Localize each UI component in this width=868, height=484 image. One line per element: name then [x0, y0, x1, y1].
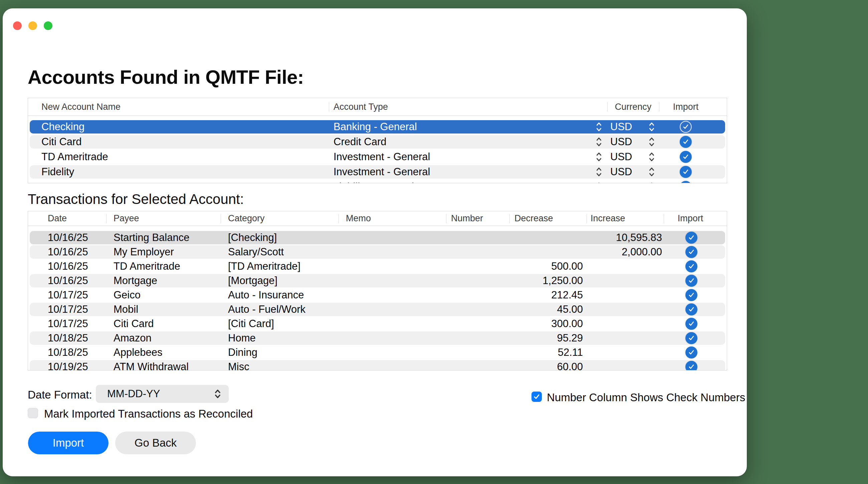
account-type-value: Investment - General — [334, 150, 430, 164]
zoom-window-icon[interactable] — [44, 21, 53, 30]
txn-increase — [584, 303, 662, 316]
import-dialog-window: Accounts Found in QMTF File: New Account… — [3, 8, 747, 476]
txn-date: 10/18/25 — [48, 331, 88, 345]
txn-category: [TD Ameritrade] — [228, 260, 301, 273]
column-header-import: Import — [664, 211, 717, 226]
currency-stepper[interactable] — [648, 166, 655, 178]
txn-date: 10/16/25 — [48, 260, 88, 273]
import-checkbox[interactable] — [680, 166, 692, 178]
txn-increase — [584, 317, 662, 330]
txn-decrease: 1,250.00 — [497, 274, 583, 287]
import-checkbox[interactable] — [680, 151, 692, 163]
account-type-stepper[interactable] — [596, 136, 602, 148]
txn-date: 10/17/25 — [48, 288, 88, 302]
account-type-value: Credit Card — [334, 135, 386, 149]
txn-decrease: 52.11 — [497, 346, 583, 359]
account-type-stepper[interactable] — [596, 181, 602, 183]
transaction-row[interactable]: 10/16/25 TD Ameritrade [TD Ameritrade] 5… — [30, 260, 725, 273]
account-row[interactable]: TD Ameritrade Investment - General USD — [30, 150, 725, 164]
account-type-stepper[interactable] — [596, 166, 602, 178]
transaction-row[interactable]: 10/16/25 Starting Balance [Checking] 10,… — [30, 231, 725, 244]
currency-stepper[interactable] — [648, 121, 655, 132]
transaction-row[interactable]: 10/17/25 Mobil Auto - Fuel/Work 45.00 — [30, 303, 725, 316]
txn-payee: Mortgage — [114, 274, 157, 287]
column-separator — [221, 214, 221, 223]
txn-payee: ATM Withdrawal — [114, 360, 189, 370]
go-back-button[interactable]: Go Back — [115, 431, 196, 454]
txn-increase — [584, 274, 662, 287]
column-separator — [329, 102, 329, 111]
transaction-row[interactable]: 10/18/25 Amazon Home 95.29 — [30, 331, 725, 345]
date-format-select[interactable]: MM-DD-YY — [96, 385, 229, 403]
txn-decrease: 95.29 — [497, 331, 583, 345]
account-type-stepper[interactable] — [596, 151, 602, 163]
column-header-decrease: Decrease — [515, 211, 553, 226]
account-row[interactable]: Fidelity Investment - General USD — [30, 165, 725, 179]
close-window-icon[interactable] — [13, 21, 22, 30]
mark-reconciled-label: Mark Imported Transactions as Reconciled — [44, 408, 253, 420]
txn-decrease — [497, 231, 583, 244]
column-header-new-account-name: New Account Name — [41, 98, 121, 116]
transaction-row[interactable]: 10/17/25 Citi Card [Citi Card] 300.00 — [30, 317, 725, 330]
txn-increase: 2,000.00 — [584, 245, 662, 259]
page-title: Accounts Found in QMTF File: — [28, 66, 304, 88]
number-column-label: Number Column Shows Check Numbers — [547, 391, 745, 404]
transaction-row[interactable]: 10/19/25 ATM Withdrawal Misc 60.00 — [30, 360, 725, 370]
import-checkbox[interactable] — [680, 181, 692, 183]
txn-payee: Applebees — [114, 346, 163, 359]
txn-category: Home — [228, 331, 256, 345]
accounts-table-body: Checking Banking - General USD Citi Card… — [28, 116, 727, 183]
import-checkbox[interactable] — [680, 121, 692, 133]
account-row[interactable]: Checking Banking - General USD — [30, 120, 725, 133]
column-separator — [509, 214, 510, 223]
txn-decrease: 500.00 — [497, 260, 583, 273]
account-row[interactable]: Mortgage Liability - General USD — [30, 180, 725, 183]
txn-date: 10/16/25 — [48, 274, 88, 287]
currency-stepper[interactable] — [648, 151, 655, 163]
transaction-row[interactable]: 10/16/25 My Employer Salary/Scott 2,000.… — [30, 245, 725, 259]
account-type-stepper[interactable] — [596, 121, 602, 132]
txn-increase — [584, 260, 662, 273]
column-header-number: Number — [451, 211, 483, 226]
txn-date: 10/16/25 — [48, 231, 88, 244]
chevron-up-down-icon — [214, 388, 221, 400]
transaction-row[interactable]: 10/18/25 Applebees Dining 52.11 — [30, 346, 725, 359]
currency-stepper[interactable] — [648, 181, 655, 183]
column-header-payee: Payee — [114, 211, 139, 226]
account-row[interactable]: Citi Card Credit Card USD — [30, 135, 725, 149]
currency-stepper[interactable] — [648, 136, 655, 148]
transaction-row[interactable]: 10/16/25 Mortgage [Mortgage] 1,250.00 — [30, 274, 725, 287]
txn-increase: 10,595.83 — [584, 231, 662, 244]
import-checkbox[interactable] — [685, 289, 698, 301]
minimize-window-icon[interactable] — [28, 21, 37, 30]
txn-category: [Checking] — [228, 231, 277, 244]
import-button[interactable]: Import — [28, 431, 108, 454]
txn-category: [Citi Card] — [228, 317, 274, 330]
txn-payee: Geico — [114, 288, 141, 302]
txn-decrease: 300.00 — [497, 317, 583, 330]
mark-reconciled-checkbox[interactable] — [28, 408, 38, 418]
number-column-checkbox[interactable] — [531, 391, 542, 402]
account-type-value: Liability - General — [334, 180, 414, 183]
account-name: Mortgage — [41, 180, 85, 183]
import-checkbox[interactable] — [685, 347, 698, 358]
import-checkbox[interactable] — [685, 332, 698, 344]
txn-category: Dining — [228, 346, 257, 359]
import-checkbox[interactable] — [685, 275, 698, 287]
import-checkbox[interactable] — [680, 136, 692, 148]
transactions-heading: Transactions for Selected Account: — [28, 191, 244, 207]
txn-increase — [584, 346, 662, 359]
import-checkbox[interactable] — [685, 303, 698, 316]
import-checkbox[interactable] — [685, 246, 698, 258]
import-checkbox[interactable] — [685, 260, 698, 272]
import-checkbox[interactable] — [685, 318, 698, 330]
txn-date: 10/17/25 — [48, 317, 88, 330]
txn-payee: Starting Balance — [114, 231, 189, 244]
import-checkbox[interactable] — [685, 232, 698, 244]
transaction-row[interactable]: 10/17/25 Geico Auto - Insurance 212.45 — [30, 288, 725, 302]
import-checkbox[interactable] — [685, 361, 698, 370]
account-type-value: Investment - General — [334, 165, 430, 179]
window-controls — [13, 21, 53, 30]
column-header-account-type: Account Type — [334, 98, 388, 116]
column-header-currency: Currency — [607, 98, 659, 116]
